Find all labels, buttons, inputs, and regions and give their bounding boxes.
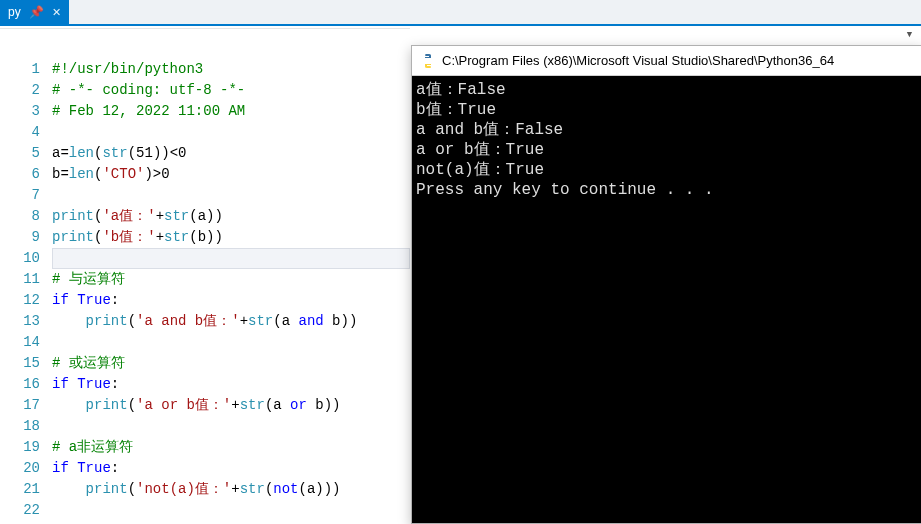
line-number: 13	[0, 311, 40, 332]
line-number: 12	[0, 290, 40, 311]
line-number: 21	[0, 479, 40, 500]
console-window: C:\Program Files (x86)\Microsoft Visual …	[411, 45, 921, 524]
code-line[interactable]	[52, 500, 410, 521]
console-title-text: C:\Program Files (x86)\Microsoft Visual …	[442, 53, 834, 68]
line-number: 4	[0, 122, 40, 143]
tab-label: py	[8, 5, 21, 19]
line-number: 6	[0, 164, 40, 185]
line-number: 8	[0, 206, 40, 227]
code-line[interactable]	[52, 248, 410, 269]
code-line[interactable]: if True:	[52, 290, 410, 311]
line-number: 7	[0, 185, 40, 206]
line-number: 5	[0, 143, 40, 164]
tab-bar: py 📌 ✕	[0, 0, 921, 26]
line-number: 9	[0, 227, 40, 248]
code-line[interactable]: if True:	[52, 458, 410, 479]
line-number: 16	[0, 374, 40, 395]
code-line[interactable]: if True:	[52, 374, 410, 395]
code-line[interactable]: # -*- coding: utf-8 -*-	[52, 80, 410, 101]
code-line[interactable]	[52, 416, 410, 437]
code-line[interactable]: # Feb 12, 2022 11:00 AM	[52, 101, 410, 122]
code-line[interactable]: # 或运算符	[52, 353, 410, 374]
code-line[interactable]: b=len('CTO')>0	[52, 164, 410, 185]
code-line[interactable]	[52, 185, 410, 206]
scroll-up-button[interactable]: ▼	[901, 30, 918, 40]
active-tab[interactable]: py 📌 ✕	[0, 0, 69, 24]
line-number: 18	[0, 416, 40, 437]
line-number: 1	[0, 59, 40, 80]
code-line[interactable]: print('not(a)值：'+str(not(a)))	[52, 479, 410, 500]
code-line[interactable]: print('b值：'+str(b))	[52, 227, 410, 248]
line-number: 3	[0, 101, 40, 122]
line-number: 19	[0, 437, 40, 458]
pin-icon[interactable]: 📌	[29, 5, 44, 19]
code-line[interactable]: # a非运算符	[52, 437, 410, 458]
code-editor[interactable]: 12345678910111213141516171819202122 #!/u…	[0, 28, 410, 524]
line-number: 17	[0, 395, 40, 416]
line-number: 20	[0, 458, 40, 479]
line-number: 2	[0, 80, 40, 101]
line-number: 15	[0, 353, 40, 374]
line-number: 11	[0, 269, 40, 290]
console-output[interactable]: a值：False b值：True a and b值：False a or b值：…	[412, 76, 921, 523]
python-icon	[420, 53, 436, 69]
code-content[interactable]: #!/usr/bin/python3# -*- coding: utf-8 -*…	[52, 59, 410, 524]
line-number-gutter: 12345678910111213141516171819202122	[0, 59, 52, 524]
console-title-bar[interactable]: C:\Program Files (x86)\Microsoft Visual …	[412, 46, 921, 76]
code-line[interactable]: #!/usr/bin/python3	[52, 59, 410, 80]
line-number: 14	[0, 332, 40, 353]
code-line[interactable]: a=len(str(51))<0	[52, 143, 410, 164]
code-line[interactable]: print('a值：'+str(a))	[52, 206, 410, 227]
line-number: 22	[0, 500, 40, 521]
code-line[interactable]: print('a or b值：'+str(a or b))	[52, 395, 410, 416]
line-number: 10	[0, 248, 40, 269]
code-line[interactable]: print('a and b值：'+str(a and b))	[52, 311, 410, 332]
code-line[interactable]: # 与运算符	[52, 269, 410, 290]
code-line[interactable]	[52, 122, 410, 143]
code-line[interactable]	[52, 332, 410, 353]
close-icon[interactable]: ✕	[52, 6, 61, 19]
